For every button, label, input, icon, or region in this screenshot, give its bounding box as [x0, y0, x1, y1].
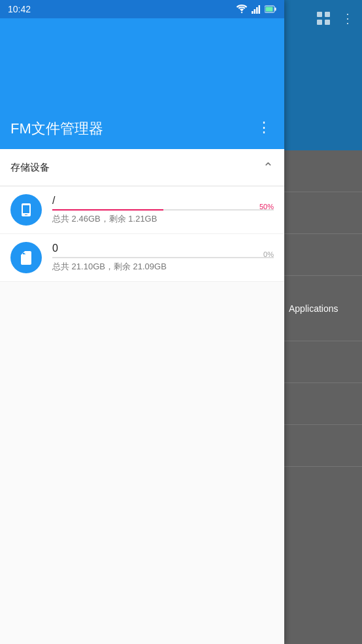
storage-item-2-percent: 0%: [263, 250, 274, 258]
status-time: 10:42: [8, 4, 31, 14]
svg-rect-9: [275, 8, 276, 11]
menu-item-5[interactable]: [281, 341, 362, 383]
svg-rect-3: [325, 20, 330, 25]
storage-item-1-percent: 50%: [259, 203, 274, 211]
storage-title: 存储设备: [10, 161, 50, 174]
storage-item-internal[interactable]: / 50% 总共 2.46GB，剩余 1.21GB: [0, 186, 284, 234]
storage-item-2-details: 总共 21.10GB，剩余 21.09GB: [52, 261, 274, 273]
storage-item-sdcard[interactable]: 0 0% 总共 21.10GB，剩余 21.09GB: [0, 234, 284, 282]
main-panel: 10:42 FM文件管理器: [0, 0, 284, 644]
storage-item-1-details: 总共 2.46GB，剩余 1.21GB: [52, 213, 274, 225]
storage-item-1-fill: [52, 209, 163, 211]
svg-rect-10: [266, 7, 273, 12]
app-title: FM文件管理器: [10, 119, 103, 139]
menu-item-6[interactable]: [281, 383, 362, 425]
right-panel-header: ⋮: [281, 0, 362, 150]
svg-rect-6: [256, 7, 258, 14]
menu-item-1[interactable]: [281, 150, 362, 192]
sdcard-svg-icon: [18, 250, 34, 265]
right-panel-menu: Applications: [281, 150, 362, 467]
grid-icon[interactable]: [316, 11, 331, 25]
storage-section: 存储设备 ⌃ / 50% 总共 2.46GB，剩余 1.21GB: [0, 149, 284, 282]
right-panel: ⋮ Applications: [281, 0, 362, 644]
chevron-up-icon: ⌃: [263, 160, 274, 175]
storage-item-1-info: / 50% 总共 2.46GB，剩余 1.21GB: [52, 195, 274, 225]
storage-item-1-path: /: [52, 195, 274, 207]
app-header: FM文件管理器 ⋮: [0, 18, 284, 149]
storage-phone-icon: [10, 194, 42, 226]
right-panel-header-icons: ⋮: [316, 10, 354, 26]
wifi-icon: [236, 5, 248, 14]
storage-item-2-info: 0 0% 总共 21.10GB，剩余 21.09GB: [52, 243, 274, 273]
signal-icon: [252, 5, 261, 14]
content-area: [0, 282, 284, 644]
more-menu-button[interactable]: ⋮: [254, 116, 274, 139]
status-icons: [236, 5, 276, 14]
storage-item-2-path: 0: [52, 243, 274, 254]
phone-svg-icon: [18, 202, 34, 218]
menu-item-7[interactable]: [281, 425, 362, 467]
svg-rect-7: [259, 5, 261, 14]
storage-item-2-progress: 0%: [52, 257, 274, 258]
storage-sdcard-icon: [10, 242, 42, 273]
menu-item-2[interactable]: [281, 192, 362, 234]
applications-label: Applications: [289, 303, 338, 314]
svg-rect-1: [325, 12, 330, 17]
menu-item-applications[interactable]: Applications: [281, 276, 362, 341]
more-icon-right[interactable]: ⋮: [341, 10, 354, 26]
status-bar: 10:42: [0, 0, 284, 18]
svg-rect-0: [317, 12, 322, 17]
storage-item-1-progress: 50%: [52, 209, 274, 211]
svg-rect-2: [317, 20, 322, 25]
battery-icon: [265, 5, 276, 13]
menu-item-3[interactable]: [281, 234, 362, 276]
svg-rect-4: [252, 11, 254, 14]
svg-rect-5: [254, 9, 256, 14]
storage-header[interactable]: 存储设备 ⌃: [0, 149, 284, 186]
